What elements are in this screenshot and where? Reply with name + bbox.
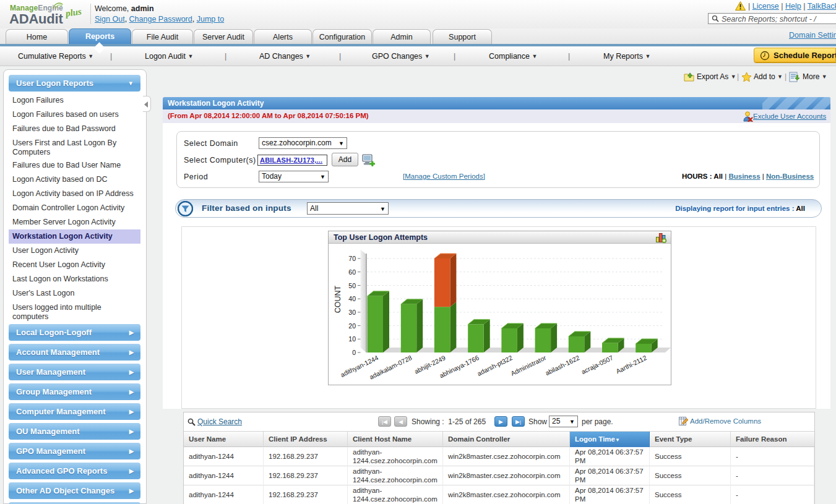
svg-text:Administrator: Administrator [509, 354, 547, 377]
svg-text:10: 10 [348, 335, 356, 343]
svg-text:COUNT: COUNT [334, 285, 342, 313]
svg-text:70: 70 [348, 255, 356, 262]
svg-text:acraja-0507: acraja-0507 [580, 354, 614, 375]
svg-text:30: 30 [348, 309, 356, 316]
svg-text:20: 20 [348, 322, 356, 330]
svg-text:40: 40 [348, 295, 356, 302]
svg-text:60: 60 [348, 268, 356, 276]
svg-text:0: 0 [352, 349, 356, 356]
svg-text:Aarthi-2112: Aarthi-2112 [614, 354, 647, 375]
svg-text:adarsh-pt322: adarsh-pt322 [476, 354, 514, 377]
svg-text:abilash-1622: abilash-1622 [544, 354, 580, 377]
svg-text:50: 50 [348, 282, 356, 289]
